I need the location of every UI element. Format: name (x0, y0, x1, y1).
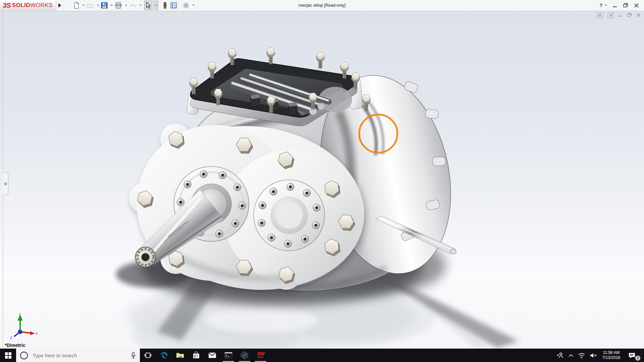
solidworks-app-icon: SW (257, 352, 264, 355)
action-center-button[interactable]: 3 (623, 349, 641, 362)
view-orientation-label: *Dimetric (5, 343, 25, 348)
graphics-area[interactable]: Y X Z *Dimetric (0, 11, 644, 349)
socket-screw (268, 234, 275, 241)
help-icon: ? (599, 3, 602, 8)
edge-button[interactable] (156, 349, 172, 362)
wifi-icon (578, 353, 585, 358)
solidworks-app-year: 2017 (258, 355, 264, 359)
tray-time: 11:58 AM (603, 350, 620, 355)
triad-z-label: Z (10, 336, 12, 339)
taskbar-search[interactable] (16, 349, 140, 362)
chevron-up-icon (569, 354, 573, 357)
socket-screw (258, 219, 265, 227)
triad-y-label: Y (18, 312, 21, 316)
command-prompt-button[interactable] (220, 349, 236, 362)
task-view-icon (145, 352, 151, 358)
restore-button[interactable] (623, 3, 628, 8)
traffic-light-icon (163, 2, 167, 9)
hidden-icons-button[interactable] (566, 349, 576, 362)
design-checker-button[interactable] (169, 1, 178, 10)
socket-screw (238, 202, 246, 209)
notifications-icon (628, 352, 636, 359)
play-arrow-icon (58, 3, 61, 7)
solidworks-logo: 3S SOLIDWORKS (0, 0, 56, 11)
open-button[interactable] (85, 1, 95, 10)
new-document-button[interactable] (72, 1, 81, 10)
open-dropdown-caret[interactable] (97, 5, 99, 6)
socket-screw (259, 202, 266, 209)
viewport-canvas[interactable] (0, 11, 644, 349)
socket-screw (200, 171, 207, 178)
start-button[interactable] (0, 349, 16, 362)
mail-button[interactable] (204, 349, 220, 362)
triad-x-label: X (36, 332, 38, 336)
socket-screw (177, 198, 184, 206)
socket-screw (284, 240, 292, 247)
notification-badge: 3 (635, 356, 640, 361)
ds-logo-icon: 3S (3, 1, 11, 9)
task-view-button[interactable] (140, 349, 156, 362)
new-document-icon (73, 2, 79, 9)
search-input[interactable] (32, 352, 127, 359)
socket-screw (313, 204, 320, 212)
tray-date: 7/13/2018 (602, 355, 620, 360)
print-button[interactable] (113, 1, 123, 10)
minimize-icon (613, 3, 617, 8)
command-prompt-icon (224, 352, 232, 359)
close-icon (634, 3, 639, 8)
print-icon (115, 2, 122, 9)
menu-flyout-arrow[interactable] (56, 0, 64, 11)
select-dropdown-caret[interactable] (153, 1, 158, 10)
print-dropdown-caret[interactable] (125, 5, 127, 6)
socket-screw (234, 184, 241, 191)
solidworks-window: 3S SOLIDWORKS (0, 0, 644, 362)
traffic-light-button[interactable] (162, 1, 168, 10)
brand-text: SOLIDWORKS (12, 2, 53, 9)
show-desktop-button[interactable] (641, 349, 644, 362)
open-folder-icon (87, 2, 94, 8)
undo-dropdown-caret[interactable] (140, 5, 142, 6)
options-button[interactable] (181, 1, 191, 10)
volume-muted-icon (590, 353, 597, 358)
options-dropdown-caret[interactable] (193, 5, 195, 6)
design-checker-icon (170, 2, 177, 9)
windows-taskbar: SW 2017 (0, 349, 644, 362)
title-bar: 3S SOLIDWORKS (0, 0, 644, 11)
minimize-button[interactable] (613, 3, 617, 8)
save-dropdown-caret[interactable] (111, 5, 113, 6)
save-floppy-icon (101, 2, 108, 9)
solidworks-taskbar-button[interactable]: SW 2017 (253, 349, 269, 362)
undo-icon (129, 2, 137, 8)
file-explorer-button[interactable] (172, 349, 188, 362)
socket-screw (301, 235, 309, 243)
store-button[interactable] (188, 349, 204, 362)
cortana-icon (20, 352, 28, 359)
mail-icon (208, 352, 216, 358)
people-button[interactable] (554, 349, 566, 362)
select-tool-button[interactable] (144, 1, 152, 10)
store-icon (193, 352, 200, 359)
save-button[interactable] (100, 1, 109, 10)
network-button[interactable] (576, 349, 588, 362)
orientation-triad: Y X Z (5, 312, 38, 339)
help-button[interactable]: ? (599, 3, 607, 8)
standard-toolbar (72, 1, 195, 10)
hexagon-app-icon (240, 351, 249, 359)
socket-screw (303, 189, 311, 197)
socket-screw (287, 183, 294, 191)
new-dropdown-caret[interactable] (83, 5, 85, 6)
help-dropdown-caret (605, 5, 607, 6)
edge-icon (160, 351, 168, 359)
file-explorer-icon (176, 352, 184, 359)
volume-button[interactable] (588, 349, 600, 362)
clock[interactable]: 11:58 AM 7/13/2018 (600, 349, 623, 362)
hexagon-app-button[interactable] (236, 349, 253, 362)
window-controls: ? (599, 3, 644, 8)
people-icon (556, 352, 564, 359)
close-button[interactable] (634, 3, 639, 8)
stud-bolt (267, 47, 275, 64)
socket-screw (270, 188, 277, 195)
stud-bolt (316, 52, 324, 68)
undo-button[interactable] (128, 1, 138, 10)
socket-screw (232, 220, 239, 227)
